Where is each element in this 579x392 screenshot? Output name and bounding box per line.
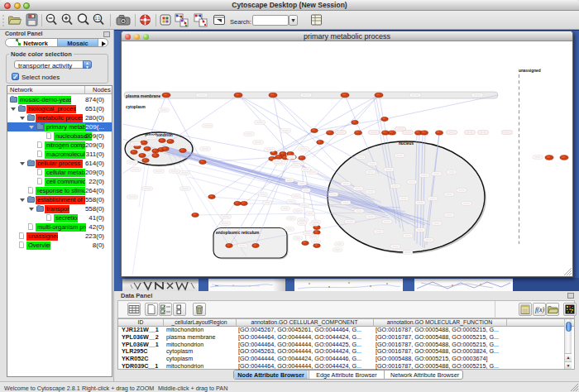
svg-text:nucleus: nucleus [399,141,414,146]
svg-text:cytoplasm: cytoplasm [126,105,146,109]
svg-text:f(x): f(x) [535,306,544,313]
svg-text:unassigned: unassigned [519,69,541,73]
svg-text:plasma membrane: plasma membrane [126,94,160,98]
svg-text:1:1: 1:1 [95,17,101,21]
